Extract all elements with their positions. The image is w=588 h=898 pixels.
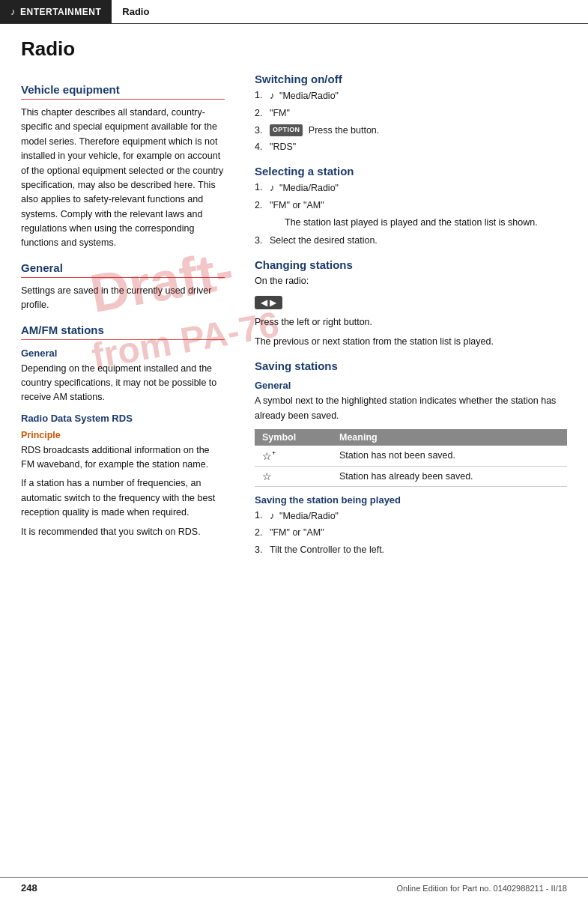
switching-section: Switching on/off 1. ♪ "Media/Radio" 2. "…: [255, 73, 567, 154]
step-sel-2sub: The station last played is played and th…: [255, 216, 567, 231]
rds-heading: Radio Data System RDS: [21, 413, 225, 424]
step-sel-text-2: "FM" or "AM": [270, 198, 567, 213]
step-save-1: 1. ♪ "Media/Radio": [255, 509, 567, 524]
table-cell-meaning-1: Station has not been saved.: [332, 446, 567, 466]
rds-body2: If a station has a number of frequencies…: [21, 476, 225, 520]
step-sel-num-3: 3.: [255, 234, 270, 248]
saving-playing-steps: 1. ♪ "Media/Radio" 2. "FM" or "AM" 3. Ti…: [255, 509, 567, 557]
amfm-general-heading: General: [21, 348, 225, 359]
star-icon: ☆: [262, 470, 272, 482]
step-sel-content-1: ♪ "Media/Radio": [270, 180, 567, 195]
table-cell-symbol-1: ☆+: [255, 446, 332, 466]
step-sel-text-1: "Media/Radio": [279, 183, 339, 193]
arrow-button: ◀ ▶: [255, 296, 282, 309]
switching-heading: Switching on/off: [255, 73, 567, 85]
step-save-num-2: 2.: [255, 526, 270, 540]
page-title-area: Radio: [0, 24, 588, 67]
table-header-meaning: Meaning: [332, 429, 567, 446]
amfm-section: AM/FM stations General Depending on the …: [21, 324, 225, 539]
step-save-num-3: 3.: [255, 543, 270, 557]
step-save-3: 3. Tilt the Controller to the left.: [255, 543, 567, 557]
music-note-icon-2: ♪: [270, 182, 275, 193]
general-heading: General: [21, 261, 225, 274]
principle-heading: Principle: [21, 430, 225, 440]
general-section: General Settings are saved in the curren…: [21, 261, 225, 313]
step-save-2: 2. "FM" or "AM": [255, 526, 567, 540]
selecting-steps: 1. ♪ "Media/Radio" 2. "FM" or "AM" The s…: [255, 180, 567, 248]
selecting-heading: Selecting a station: [255, 165, 567, 178]
step-sel-num-1: 1.: [255, 180, 270, 195]
step-sel-3: 3. Select the desired station.: [255, 234, 567, 248]
step-switch-4: 4. "RDS": [255, 140, 567, 154]
general-divider: [21, 277, 225, 278]
vehicle-equipment-section: Vehicle equipment This chapter describes…: [21, 83, 225, 251]
vehicle-equipment-heading: Vehicle equipment: [21, 83, 225, 96]
table-row-2: ☆ Station has already been saved.: [255, 466, 567, 486]
left-column: Vehicle equipment This chapter describes…: [0, 67, 240, 569]
step-sel-num-2: 2.: [255, 198, 270, 213]
step-switch-3: 3. OPTION Press the button.: [255, 124, 567, 138]
general-body: Settings are saved in the currently used…: [21, 284, 225, 313]
table-cell-meaning-2: Station has already been saved.: [332, 466, 567, 486]
arrow-desc: Press the left or right button.: [255, 315, 567, 330]
step-content-3: OPTION Press the button.: [270, 124, 567, 138]
table-cell-symbol-2: ☆: [255, 466, 332, 486]
header: ♪ ENTERTAINMENT Radio: [0, 0, 588, 24]
rds-body1: RDS broadcasts additional information on…: [21, 443, 225, 473]
selecting-section: Selecting a station 1. ♪ "Media/Radio" 2…: [255, 165, 567, 248]
on-radio-label: On the radio:: [255, 274, 567, 288]
amfm-heading: AM/FM stations: [21, 324, 225, 336]
table-row-1: ☆+ Station has not been saved.: [255, 446, 567, 466]
footer-edition: Online Edition for Part no. 01402988211 …: [397, 884, 568, 893]
step-sel-subtext: The station last played is played and th…: [270, 216, 567, 230]
arrow-button-container: ◀ ▶: [255, 293, 567, 312]
step-sel-2: 2. "FM" or "AM": [255, 198, 567, 213]
music-note-icon-3: ♪: [270, 510, 275, 521]
step-save-text-3: Tilt the Controller to the left.: [270, 543, 567, 557]
amfm-divider: [21, 339, 225, 340]
step-save-text-2: "FM" or "AM": [270, 526, 567, 540]
changing-section: Changing stations On the radio: ◀ ▶ Pres…: [255, 258, 567, 349]
step-save-text-1: "Media/Radio": [279, 511, 339, 521]
step-save-content-1: ♪ "Media/Radio": [270, 509, 567, 524]
rds-body3: It is recommended that you switch on RDS…: [21, 525, 225, 539]
step-num-3: 3.: [255, 124, 270, 138]
step-save-num-1: 1.: [255, 509, 270, 523]
saving-section: Saving stations General A symbol next to…: [255, 359, 567, 557]
step-switch-1: 1. ♪ "Media/Radio": [255, 88, 567, 103]
table-header-symbol: Symbol: [255, 429, 332, 446]
saving-general-body: A symbol next to the highlighted station…: [255, 394, 567, 423]
switching-steps: 1. ♪ "Media/Radio" 2. "FM" 3. OPTION Pre…: [255, 88, 567, 154]
footer: 248 Online Edition for Part no. 01402988…: [0, 877, 588, 898]
step-num-2: 2.: [255, 106, 270, 121]
step-text-3: Press the button.: [309, 125, 380, 136]
header-section-label: ENTERTAINMENT: [20, 7, 101, 17]
step-text-2: "FM": [270, 106, 567, 121]
saving-heading: Saving stations: [255, 359, 567, 372]
option-button-icon: OPTION: [270, 124, 303, 136]
header-page-label: Radio: [112, 1, 160, 22]
music-icon: ♪: [10, 6, 16, 17]
step-sel-text-3: Select the desired station.: [270, 234, 567, 248]
step-sel-1: 1. ♪ "Media/Radio": [255, 180, 567, 195]
star-plus-icon: ☆+: [262, 450, 276, 462]
music-note-icon-1: ♪: [270, 90, 275, 101]
right-column: Switching on/off 1. ♪ "Media/Radio" 2. "…: [240, 67, 588, 569]
step-text-4: "RDS": [270, 140, 567, 154]
step-num-4: 4.: [255, 140, 270, 154]
footer-page-number: 248: [21, 882, 37, 894]
vehicle-equipment-divider: [21, 99, 225, 100]
step-switch-2: 2. "FM": [255, 106, 567, 121]
saving-playing-heading: Saving the station being played: [255, 494, 567, 506]
symbol-table: Symbol Meaning ☆+ Station has not been s…: [255, 429, 567, 487]
step-num-1: 1.: [255, 88, 270, 103]
changing-result: The previous or next station from the st…: [255, 335, 567, 349]
vehicle-equipment-body: This chapter describes all standard, cou…: [21, 106, 225, 251]
page-title: Radio: [21, 37, 567, 61]
step-content-1: ♪ "Media/Radio": [270, 88, 567, 103]
step-text-1: "Media/Radio": [279, 91, 339, 101]
amfm-general-body: Depending on the equipment installed and…: [21, 362, 225, 405]
saving-general-heading: General: [255, 380, 567, 391]
content-area: Vehicle equipment This chapter describes…: [0, 67, 588, 569]
header-section: ♪ ENTERTAINMENT: [0, 0, 112, 23]
